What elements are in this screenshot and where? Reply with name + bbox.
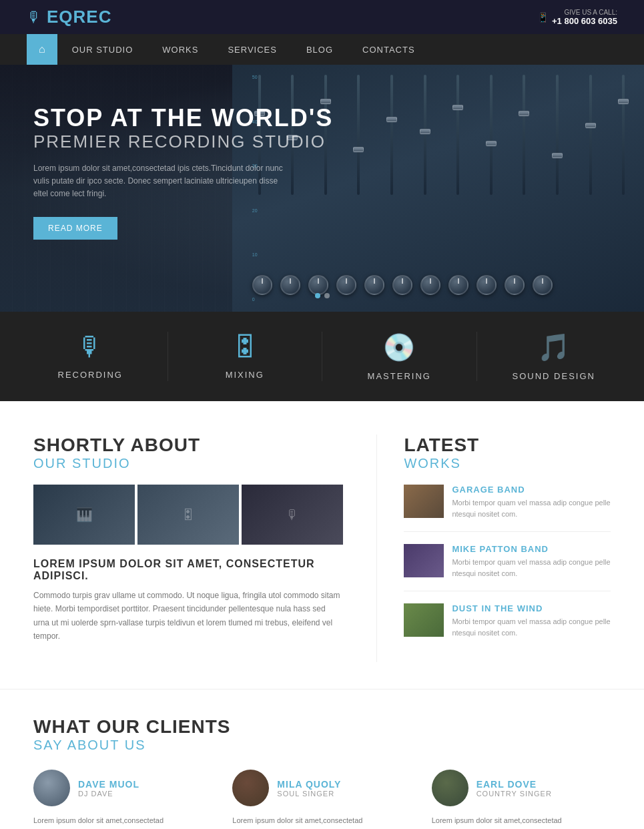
about-content-text: Commodo turpis grav ullame ut commodo. U… <box>33 589 343 643</box>
testimonial-text-1: Lorem ipsum dolor sit amet,consectetad a… <box>33 814 212 829</box>
studio-images: 🎹 🎛 🎙 <box>33 485 343 545</box>
avatar-2 <box>232 770 269 806</box>
logo-rec: REC <box>73 7 112 27</box>
testimonial-role-1: DJ DAVE <box>78 790 139 798</box>
service-recording-label: RECORDING <box>58 370 123 380</box>
work-title-1[interactable]: GARAGE BAND <box>452 485 611 495</box>
hero-section: 50 40 30 20 10 0 STOP AT THE WORLD'S PRE… <box>0 65 644 312</box>
hero-pagination <box>315 293 330 298</box>
call-label: GIVE US A CALL: <box>552 9 617 16</box>
work-thumb-2 <box>404 544 444 577</box>
mastering-icon: 💿 <box>382 332 416 363</box>
service-recording[interactable]: 🎙 RECORDING <box>13 332 168 381</box>
service-sound-design-label: SOUND DESIGN <box>513 371 595 381</box>
top-header: 🎙 EQREC 📱 GIVE US A CALL: +1 800 603 603… <box>0 0 644 34</box>
testimonials-title-top: WHAT OUR CLIENTS <box>33 716 611 738</box>
work-desc-1: Morbi tempor quam vel massa adip congue … <box>452 497 611 519</box>
studio-image-2: 🎛 <box>137 485 239 545</box>
service-mixing-label: MIXING <box>226 370 264 380</box>
testimonial-name-1: DAVE MUOL <box>78 779 139 790</box>
work-thumb-1 <box>404 485 444 518</box>
hero-dot-1[interactable] <box>315 293 320 298</box>
testimonial-item-3: EARL DOVE COUNTRY SINGER Lorem ipsum dol… <box>432 770 611 829</box>
service-mastering-label: MASTERING <box>368 371 431 381</box>
testimonial-name-2: MILA QUOLY <box>277 779 341 790</box>
work-info-3: DUST IN THE WIND Morbi tempor quam vel m… <box>452 603 611 638</box>
main-content: SHORTLY ABOUT OUR STUDIO 🎹 🎛 🎙 LOREM IPS… <box>0 401 644 689</box>
navigation: ⌂ OUR STUDIO WORKS SERVICES BLOG CONTACT… <box>0 34 644 65</box>
testimonial-name-3: EARL DOVE <box>476 779 552 790</box>
hero-title-sub: PREMIER RECORDING STUDIO <box>33 131 333 152</box>
latest-title-sub: WORKS <box>404 456 611 471</box>
about-section: SHORTLY ABOUT OUR STUDIO 🎹 🎛 🎙 LOREM IPS… <box>33 435 376 662</box>
latest-title-top: LATEST <box>404 435 611 456</box>
work-info-2: MIKE PATTON BAND Morbi tempor quam vel m… <box>452 544 611 579</box>
work-info-1: GARAGE BAND Morbi tempor quam vel massa … <box>452 485 611 519</box>
work-thumb-3 <box>404 603 444 637</box>
sound-design-icon: 🎵 <box>537 332 571 363</box>
logo-text: EQREC <box>47 7 111 27</box>
testimonials-grid: DAVE MUOL DJ DAVE Lorem ipsum dolor sit … <box>33 770 611 829</box>
testimonial-text-2: Lorem ipsum dolor sit amet,consectetad a… <box>232 814 411 829</box>
testimonial-role-2: SOUL SINGER <box>277 790 341 798</box>
nav-item-blog[interactable]: BLOG <box>292 35 348 64</box>
work-title-2[interactable]: MIKE PATTON BAND <box>452 544 611 554</box>
logo: 🎙 EQREC <box>27 7 111 27</box>
testimonial-text-3: Lorem ipsum dolor sit amet,consectetad a… <box>432 814 611 829</box>
testimonial-role-3: COUNTRY SINGER <box>476 790 552 798</box>
latest-works-section: LATEST WORKS GARAGE BAND Morbi tempor qu… <box>376 435 611 662</box>
studio-image-1: 🎹 <box>33 485 135 545</box>
hero-title-main: STOP AT THE WORLD'S <box>33 105 333 131</box>
studio-image-3: 🎙 <box>242 485 343 545</box>
testimonial-item-1: DAVE MUOL DJ DAVE Lorem ipsum dolor sit … <box>33 770 212 829</box>
work-item-1: GARAGE BAND Morbi tempor quam vel massa … <box>404 485 611 532</box>
service-mixing[interactable]: 🎛 MIXING <box>168 332 323 381</box>
nav-item-our-studio[interactable]: OUR STUDIO <box>57 35 148 64</box>
contact-info: 📱 GIVE US A CALL: +1 800 603 6035 <box>537 9 617 26</box>
testimonial-header-3: EARL DOVE COUNTRY SINGER <box>432 770 611 806</box>
nav-item-services[interactable]: SERVICES <box>213 35 292 64</box>
about-title-top: SHORTLY ABOUT <box>33 435 343 456</box>
avatar-1 <box>33 770 70 806</box>
hero-description: Lorem ipsum dolor sit amet,consectetad i… <box>33 162 287 201</box>
work-title-3[interactable]: DUST IN THE WIND <box>452 603 611 613</box>
logo-eq: EQ <box>47 7 73 27</box>
testimonials-section: WHAT OUR CLIENTS SAY ABOUT US DAVE MUOL … <box>0 689 644 829</box>
recording-icon: 🎙 <box>77 332 103 362</box>
testimonial-header-1: DAVE MUOL DJ DAVE <box>33 770 212 806</box>
testimonial-item-2: MILA QUOLY SOUL SINGER Lorem ipsum dolor… <box>232 770 411 829</box>
work-desc-2: Morbi tempor quam vel massa adip congue … <box>452 557 611 579</box>
work-desc-3: Morbi tempor quam vel massa adip congue … <box>452 616 611 638</box>
phone-number: +1 800 603 6035 <box>552 16 617 26</box>
nav-home-button[interactable]: ⌂ <box>27 34 57 65</box>
service-sound-design[interactable]: 🎵 SOUND DESIGN <box>477 332 631 381</box>
read-more-button[interactable]: READ MORE <box>33 217 117 240</box>
about-content-heading: LOREM IPSUM DOLOR SIT AMET, CONSECTETUR … <box>33 558 343 582</box>
about-title-sub: OUR STUDIO <box>33 456 343 471</box>
testimonials-title-sub: SAY ABOUT US <box>33 738 611 753</box>
nav-item-works[interactable]: WORKS <box>147 35 213 64</box>
mixing-icon: 🎛 <box>232 332 258 362</box>
nav-item-contacts[interactable]: CONTACTS <box>348 35 430 64</box>
services-bar: 🎙 RECORDING 🎛 MIXING 💿 MASTERING 🎵 SOUND… <box>0 312 644 401</box>
mic-icon: 🎙 <box>27 9 41 26</box>
avatar-3 <box>432 770 468 806</box>
testimonial-header-2: MILA QUOLY SOUL SINGER <box>232 770 411 806</box>
work-item-3: DUST IN THE WIND Morbi tempor quam vel m… <box>404 603 611 650</box>
hero-content: STOP AT THE WORLD'S PREMIER RECORDING ST… <box>33 105 333 240</box>
service-mastering[interactable]: 💿 MASTERING <box>322 332 477 381</box>
hero-dot-2[interactable] <box>324 293 330 298</box>
work-item-2: MIKE PATTON BAND Morbi tempor quam vel m… <box>404 544 611 591</box>
phone-icon: 📱 <box>537 12 549 23</box>
